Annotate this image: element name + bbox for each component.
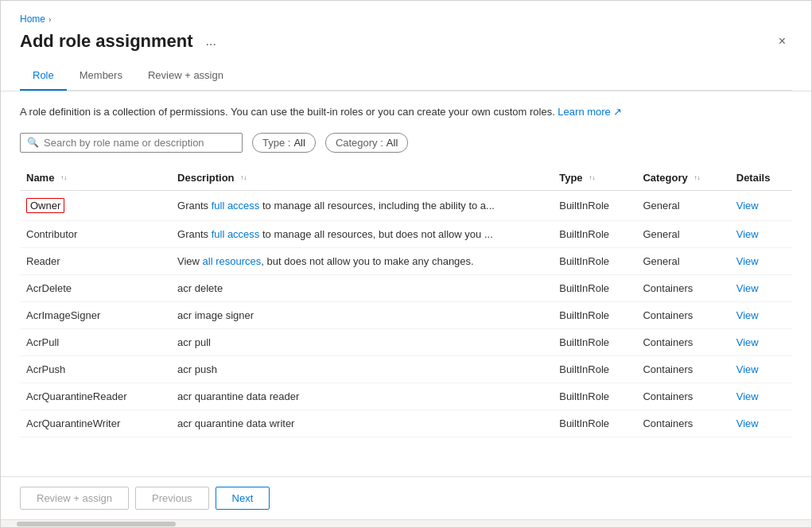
view-details-link[interactable]: View [736, 417, 759, 429]
cell-type: BuiltInRole [553, 382, 636, 410]
next-button[interactable]: Next [216, 487, 270, 510]
breadcrumb-home[interactable]: Home [20, 14, 45, 25]
view-details-link[interactable]: View [736, 282, 759, 294]
type-filter-value: All [293, 137, 305, 149]
search-box[interactable]: 🔍 [20, 133, 243, 153]
view-details-link[interactable]: View [736, 390, 759, 402]
cell-category: General [636, 190, 729, 220]
cell-category: General [636, 220, 729, 247]
description-link[interactable]: all resources [203, 255, 262, 267]
category-filter-chip[interactable]: Category : All [325, 133, 408, 153]
type-sort-icon: ↑↓ [589, 175, 595, 181]
tab-members[interactable]: Members [67, 61, 135, 91]
role-name[interactable]: AcrQuarantineReader [26, 390, 126, 402]
role-name[interactable]: AcrPull [26, 336, 59, 348]
cell-details: View [730, 220, 792, 247]
content-area: A role definition is a collection of per… [1, 91, 811, 476]
name-sort-icon: ↑↓ [60, 175, 67, 181]
role-name[interactable]: AcrQuarantineWriter [26, 417, 120, 429]
add-role-assignment-window: Home › Add role assignment ... × Role Me… [0, 0, 812, 528]
cell-description: Grants full access to manage all resourc… [171, 220, 553, 247]
search-input[interactable] [44, 137, 235, 149]
role-name[interactable]: AcrImageSigner [26, 309, 100, 321]
cell-details: View [730, 190, 792, 220]
table-row[interactable]: AcrImageSigneracr image signerBuiltInRol… [20, 301, 792, 328]
role-name-selected[interactable]: Owner [26, 198, 64, 213]
cell-name: AcrPush [20, 355, 171, 382]
cell-category: Containers [636, 274, 729, 301]
horizontal-scrollbar-thumb [17, 522, 176, 526]
cell-description: acr quarantine data reader [171, 382, 553, 410]
close-button[interactable]: × [772, 32, 792, 51]
category-filter-label: Category : [336, 137, 383, 149]
cell-details: View [730, 328, 792, 355]
table-row[interactable]: AcrDeleteacr deleteBuiltInRoleContainers… [20, 274, 792, 301]
description-text: A role definition is a collection of per… [20, 104, 792, 120]
col-name[interactable]: Name ↑↓ [20, 165, 171, 191]
cell-type: BuiltInRole [553, 328, 636, 355]
description-sort-icon: ↑↓ [240, 175, 247, 181]
cell-name: AcrQuarantineWriter [20, 410, 171, 437]
cell-details: View [730, 382, 792, 410]
view-details-link[interactable]: View [736, 309, 759, 321]
cell-name: Contributor [20, 220, 171, 247]
view-details-link[interactable]: View [736, 336, 759, 348]
table-row[interactable]: ContributorGrants full access to manage … [20, 220, 792, 247]
tab-role[interactable]: Role [20, 61, 67, 91]
cell-name: Reader [20, 247, 171, 274]
cell-description: acr image signer [171, 301, 553, 328]
horizontal-scrollbar[interactable] [1, 519, 811, 527]
breadcrumb: Home › [20, 14, 792, 25]
type-filter-chip[interactable]: Type : All [252, 133, 316, 153]
cell-type: BuiltInRole [553, 410, 636, 437]
roles-table: Name ↑↓ Description ↑↓ Type ↑↓ Category … [20, 165, 792, 437]
cell-type: BuiltInRole [553, 190, 636, 220]
cell-type: BuiltInRole [553, 220, 636, 247]
table-row[interactable]: OwnerGrants full access to manage all re… [20, 190, 792, 220]
col-description[interactable]: Description ↑↓ [171, 165, 553, 191]
cell-name: AcrPull [20, 328, 171, 355]
view-details-link[interactable]: View [736, 255, 759, 267]
cell-details: View [730, 247, 792, 274]
cell-category: General [636, 247, 729, 274]
table-row[interactable]: AcrQuarantineWriteracr quarantine data w… [20, 410, 792, 437]
footer: Review + assign Previous Next [1, 476, 811, 519]
cell-details: View [730, 410, 792, 437]
cell-category: Containers [636, 328, 729, 355]
tabs: Role Members Review + assign [20, 61, 792, 91]
role-name[interactable]: Reader [26, 255, 60, 267]
description-link[interactable]: full access [212, 200, 260, 212]
table-row[interactable]: AcrQuarantineReaderacr quarantine data r… [20, 382, 792, 410]
cell-type: BuiltInRole [553, 247, 636, 274]
previous-button[interactable]: Previous [135, 487, 209, 510]
description-link[interactable]: full access [212, 228, 260, 240]
table-header-row: Name ↑↓ Description ↑↓ Type ↑↓ Category … [20, 165, 792, 191]
ellipsis-button[interactable]: ... [201, 33, 221, 50]
col-type[interactable]: Type ↑↓ [553, 165, 636, 191]
role-name[interactable]: AcrDelete [26, 282, 72, 294]
learn-more-link[interactable]: Learn more ↗ [558, 106, 622, 118]
view-details-link[interactable]: View [736, 363, 759, 375]
cell-description: Grants full access to manage all resourc… [171, 190, 553, 220]
title-row: Add role assignment ... × [20, 31, 792, 52]
cell-details: View [730, 301, 792, 328]
category-filter-value: All [387, 137, 398, 149]
cell-type: BuiltInRole [553, 274, 636, 301]
view-details-link[interactable]: View [736, 228, 759, 240]
table-row[interactable]: AcrPullacr pullBuiltInRoleContainersView [20, 328, 792, 355]
col-category[interactable]: Category ↑↓ [636, 165, 729, 191]
role-name[interactable]: Contributor [26, 228, 77, 240]
view-details-link[interactable]: View [736, 200, 759, 212]
tab-review-assign[interactable]: Review + assign [135, 61, 236, 91]
review-assign-button[interactable]: Review + assign [20, 487, 129, 510]
cell-description: View all resources, but does not allow y… [171, 247, 553, 274]
table-row[interactable]: AcrPushacr pushBuiltInRoleContainersView [20, 355, 792, 382]
cell-name: AcrQuarantineReader [20, 382, 171, 410]
cell-details: View [730, 274, 792, 301]
cell-type: BuiltInRole [553, 355, 636, 382]
table-row[interactable]: ReaderView all resources, but does not a… [20, 247, 792, 274]
cell-description: acr push [171, 355, 553, 382]
role-name[interactable]: AcrPush [26, 363, 65, 375]
category-sort-icon: ↑↓ [694, 175, 700, 181]
cell-type: BuiltInRole [553, 301, 636, 328]
